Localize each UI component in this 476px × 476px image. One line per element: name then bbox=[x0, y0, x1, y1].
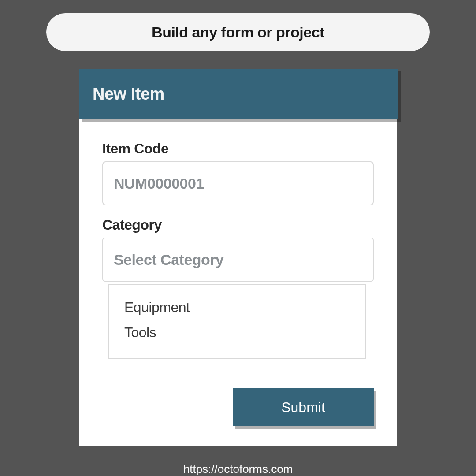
form-header: New Item bbox=[79, 69, 398, 119]
promo-banner: Build any form or project bbox=[46, 13, 430, 51]
category-option-equipment[interactable]: Equipment bbox=[124, 295, 350, 320]
form-body: Item Code Category Select Category Equip… bbox=[79, 119, 397, 446]
footer-url: https://octoforms.com bbox=[183, 462, 293, 476]
promo-banner-text: Build any form or project bbox=[152, 24, 324, 41]
item-code-input[interactable] bbox=[102, 161, 374, 205]
form-title: New Item bbox=[93, 85, 385, 104]
category-select[interactable]: Select Category bbox=[102, 238, 374, 282]
submit-button[interactable]: Submit bbox=[233, 388, 374, 426]
category-option-tools[interactable]: Tools bbox=[124, 320, 350, 345]
category-dropdown: Equipment Tools bbox=[108, 284, 366, 359]
form-card: New Item Item Code Category Select Categ… bbox=[79, 69, 397, 446]
category-label: Category bbox=[102, 217, 374, 233]
item-code-label: Item Code bbox=[102, 141, 374, 157]
category-select-placeholder: Select Category bbox=[114, 251, 224, 268]
